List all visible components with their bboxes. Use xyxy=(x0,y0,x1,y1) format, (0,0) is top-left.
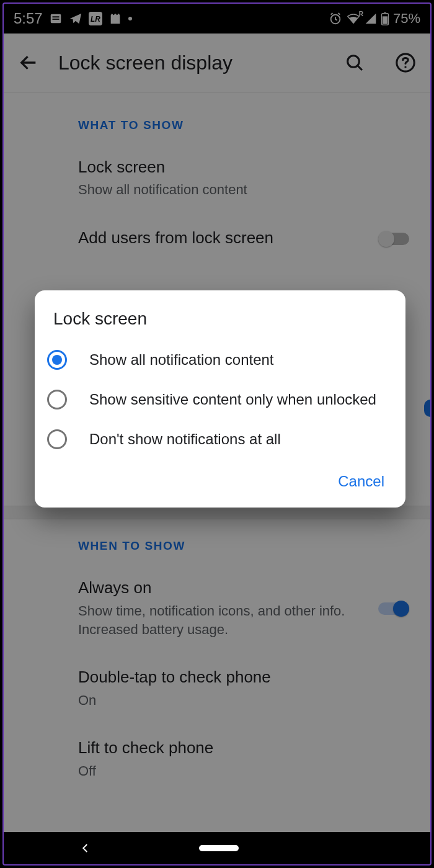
radio-option-sensitive[interactable]: Show sensitive content only when unlocke… xyxy=(35,380,405,419)
navigation-bar xyxy=(4,832,430,864)
radio-option-show-all[interactable]: Show all notification content xyxy=(35,340,405,380)
radio-label: Show all notification content xyxy=(89,350,274,369)
radio-icon xyxy=(47,429,67,449)
radio-icon xyxy=(47,350,67,370)
dialog-title: Lock screen xyxy=(35,290,405,340)
nav-back-icon[interactable] xyxy=(78,841,93,856)
radio-label: Don't show notifications at all xyxy=(89,429,281,449)
radio-label: Show sensitive content only when unlocke… xyxy=(89,390,376,409)
cancel-button[interactable]: Cancel xyxy=(338,473,384,490)
radio-option-none[interactable]: Don't show notifications at all xyxy=(35,419,405,459)
settings-screen: 5:57 LR R 75% Lock screen display WHAT T… xyxy=(4,4,430,864)
radio-icon xyxy=(47,390,67,409)
nav-home-pill[interactable] xyxy=(199,845,239,851)
lock-screen-dialog: Lock screen Show all notification conten… xyxy=(35,290,405,508)
